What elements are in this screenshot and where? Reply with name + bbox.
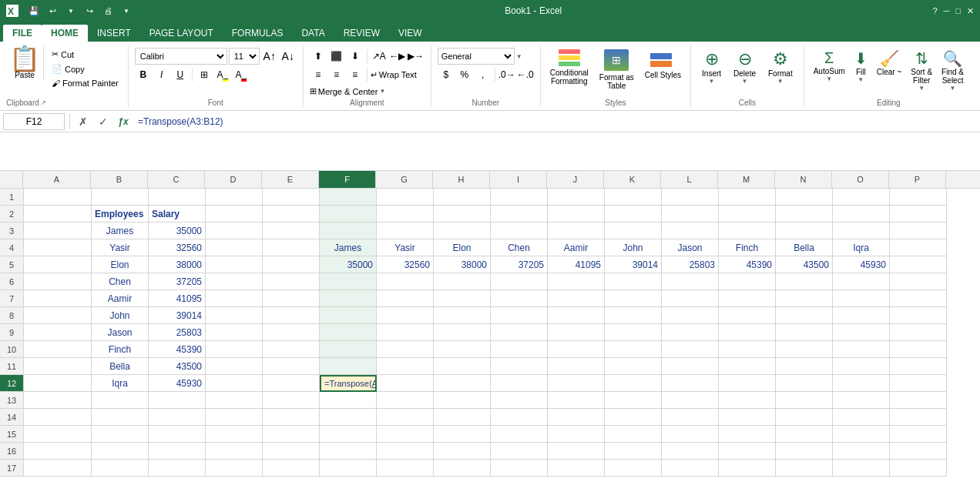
cell-C4[interactable]: 32560 <box>149 239 206 256</box>
cell-A9[interactable] <box>24 324 92 341</box>
percent-btn[interactable]: % <box>456 66 473 83</box>
cell-I16[interactable] <box>491 443 548 460</box>
cell-K8[interactable] <box>605 307 662 324</box>
autosum-dropdown-icon[interactable]: ▼ <box>826 75 832 82</box>
insert-dropdown-icon[interactable]: ▼ <box>709 78 715 85</box>
increase-font-btn[interactable]: A↑ <box>261 48 278 65</box>
cell-C6[interactable]: 37205 <box>149 273 206 290</box>
cell-A4[interactable] <box>24 239 92 256</box>
cell-C7[interactable]: 41095 <box>149 290 206 307</box>
print-qat-btn[interactable]: 🖨 <box>100 3 116 18</box>
cell-B1[interactable] <box>92 189 149 206</box>
cell-N7[interactable] <box>776 290 833 307</box>
fill-button[interactable]: ⬇ Fill ▼ <box>851 48 871 85</box>
cell-C10[interactable]: 45390 <box>149 341 206 358</box>
cell-P15[interactable] <box>890 426 947 443</box>
cell-L16[interactable] <box>662 443 719 460</box>
cell-F13[interactable] <box>320 392 377 409</box>
cell-D2[interactable] <box>206 206 263 223</box>
cell-L11[interactable] <box>662 358 719 375</box>
cell-C13[interactable] <box>149 392 206 409</box>
cell-M11[interactable] <box>719 358 776 375</box>
cell-G1[interactable] <box>377 189 434 206</box>
font-size-select[interactable]: 11 <box>229 48 260 65</box>
cell-P4[interactable] <box>890 239 947 256</box>
cell-J7[interactable] <box>548 290 605 307</box>
cell-J16[interactable] <box>548 443 605 460</box>
cell-F9[interactable] <box>320 324 377 341</box>
align-right-btn[interactable]: ≡ <box>347 66 364 83</box>
cell-H15[interactable] <box>434 426 491 443</box>
sort-filter-button[interactable]: ⇅ Sort & Filter ▼ <box>908 48 935 93</box>
delete-dropdown-icon[interactable]: ▼ <box>742 78 748 85</box>
cell-N16[interactable] <box>776 443 833 460</box>
cell-I13[interactable] <box>491 392 548 409</box>
cell-G14[interactable] <box>377 409 434 426</box>
close-btn[interactable]: ✕ <box>967 6 974 16</box>
cell-I2[interactable] <box>491 206 548 223</box>
cell-B17[interactable] <box>92 460 149 477</box>
indent-right-btn[interactable]: ▶→ <box>408 48 425 65</box>
cell-H14[interactable] <box>434 409 491 426</box>
cell-G7[interactable] <box>377 290 434 307</box>
cell-D12[interactable] <box>206 375 263 392</box>
cell-B14[interactable] <box>92 409 149 426</box>
cell-D11[interactable] <box>206 358 263 375</box>
cell-F17[interactable] <box>320 460 377 477</box>
cell-E10[interactable] <box>263 341 320 358</box>
cell-G17[interactable] <box>377 460 434 477</box>
cell-C11[interactable]: 43500 <box>149 358 206 375</box>
cell-D3[interactable] <box>206 223 263 239</box>
row-num-13[interactable]: 13 <box>0 392 23 409</box>
cell-K4[interactable]: John <box>605 239 662 256</box>
cancel-formula-btn[interactable]: ✗ <box>75 113 92 130</box>
tab-formulas[interactable]: FORMULAS <box>223 25 293 42</box>
cell-O4[interactable]: Iqra <box>833 239 890 256</box>
cell-B5[interactable]: Elon <box>92 256 149 273</box>
cell-J2[interactable] <box>548 206 605 223</box>
cell-A5[interactable] <box>24 256 92 273</box>
decrease-font-btn[interactable]: A↓ <box>280 48 297 65</box>
cell-C2[interactable]: Salary <box>149 206 206 223</box>
cell-C5[interactable]: 38000 <box>149 256 206 273</box>
cell-N11[interactable] <box>776 358 833 375</box>
sort-dropdown-icon[interactable]: ▼ <box>918 85 925 92</box>
cell-K6[interactable] <box>605 273 662 290</box>
cell-I17[interactable] <box>491 460 548 477</box>
cell-C15[interactable] <box>149 426 206 443</box>
col-header-I[interactable]: I <box>490 171 547 188</box>
cell-N10[interactable] <box>776 341 833 358</box>
cell-J4[interactable]: Aamir <box>548 239 605 256</box>
row-num-10[interactable]: 10 <box>0 341 23 358</box>
cell-J1[interactable] <box>548 189 605 206</box>
fill-color-button[interactable]: A_ <box>214 66 231 83</box>
col-header-B[interactable]: B <box>91 171 148 188</box>
format-as-table-button[interactable]: ⊞ Format as Table <box>596 48 637 92</box>
cell-B8[interactable]: John <box>92 307 149 324</box>
cell-M15[interactable] <box>719 426 776 443</box>
cell-F7[interactable] <box>320 290 377 307</box>
tab-review[interactable]: REVIEW <box>334 25 389 42</box>
cell-N9[interactable] <box>776 324 833 341</box>
cell-H16[interactable] <box>434 443 491 460</box>
cell-D14[interactable] <box>206 409 263 426</box>
cell-H5[interactable]: 38000 <box>434 256 491 273</box>
cell-I8[interactable] <box>491 307 548 324</box>
cell-D13[interactable] <box>206 392 263 409</box>
row-num-15[interactable]: 15 <box>0 426 23 443</box>
cell-E11[interactable] <box>263 358 320 375</box>
cell-L17[interactable] <box>662 460 719 477</box>
conditional-formatting-button[interactable]: Conditional Formatting <box>547 48 592 87</box>
col-header-F[interactable]: F <box>319 171 376 188</box>
cell-D9[interactable] <box>206 324 263 341</box>
cell-M17[interactable] <box>719 460 776 477</box>
cell-N15[interactable] <box>776 426 833 443</box>
cell-A16[interactable] <box>24 443 92 460</box>
cell-P11[interactable] <box>890 358 947 375</box>
cell-B4[interactable]: Yasir <box>92 239 149 256</box>
cell-P1[interactable] <box>890 189 947 206</box>
cell-J17[interactable] <box>548 460 605 477</box>
cell-C9[interactable]: 25803 <box>149 324 206 341</box>
col-header-O[interactable]: O <box>832 171 889 188</box>
cell-I1[interactable] <box>491 189 548 206</box>
